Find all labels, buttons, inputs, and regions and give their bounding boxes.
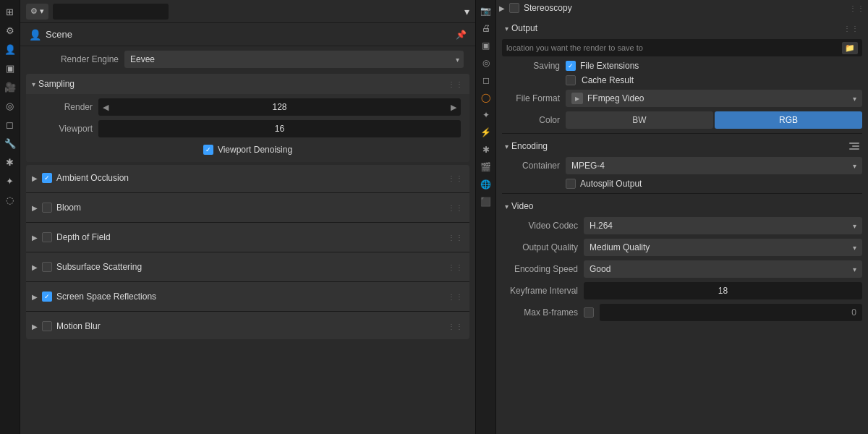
viewport-value-input[interactable]: 16 xyxy=(98,120,461,137)
output-folder-button[interactable]: 📁 xyxy=(842,42,858,54)
encoding-section: ▾ Encoding Container MPEG-4 ▾ xyxy=(502,138,862,189)
panel-content: Render Engine Eevee Cycles Workbench ▾ S… xyxy=(20,46,475,434)
output-path-input[interactable]: location you want the render to save to … xyxy=(502,39,862,56)
right-object-icon[interactable]: ◻ xyxy=(478,72,494,88)
video-section-header[interactable]: ▾ Video xyxy=(502,198,862,214)
denoising-checkbox[interactable]: ✓ xyxy=(203,145,213,155)
output-dots: ⋮⋮ xyxy=(843,25,859,33)
denoising-check-icon: ✓ xyxy=(205,146,211,153)
effect-ssr[interactable]: ▶ ✓ Screen Space Reflections ⋮⋮ xyxy=(26,284,469,310)
right-material-icon[interactable]: ◯ xyxy=(478,90,494,106)
search-input[interactable] xyxy=(53,4,169,20)
divider-1 xyxy=(26,192,469,193)
sidebar-icon-view[interactable]: ▣ xyxy=(1,59,19,77)
stereoscopy-checkbox[interactable] xyxy=(509,3,519,13)
sidebar-icon-data[interactable]: ◌ xyxy=(1,191,19,208)
color-bw-button[interactable]: BW xyxy=(566,111,713,129)
effect-ambient-occlusion[interactable]: ▶ ✓ Ambient Occlusion ⋮⋮ xyxy=(26,165,469,191)
sss-label: Subsurface Scattering xyxy=(56,262,142,272)
divider-3 xyxy=(26,252,469,252)
left-panel: ⚙ ▾ 🔍 ▾ 👤 Scene 📌 Render Engine Eevee Cy… xyxy=(20,0,476,434)
container-label: Container xyxy=(502,161,560,171)
right-icon-bar: 📷 🖨 ▣ ◎ ◻ ◯ ✦ ⚡ ✱ 🎬 🌐 ⬛ xyxy=(476,0,496,434)
encoding-section-header[interactable]: ▾ Encoding xyxy=(502,138,862,154)
sidebar-icon-constraint[interactable]: ✱ xyxy=(1,153,19,171)
keyframe-input[interactable]: 18 xyxy=(584,282,862,299)
render-increase-button[interactable]: ▶ xyxy=(446,98,461,116)
cache-result-label: Cache Result xyxy=(582,75,634,85)
mb-checkbox[interactable] xyxy=(42,321,52,331)
color-button-group: BW RGB xyxy=(566,111,862,129)
render-number-input[interactable]: ◀ 128 ▶ xyxy=(98,98,461,116)
sidebar-icon-particles[interactable]: ✦ xyxy=(1,172,19,190)
ssr-checkbox[interactable]: ✓ xyxy=(42,292,52,302)
sss-checkbox[interactable] xyxy=(42,262,52,272)
render-decrease-button[interactable]: ◀ xyxy=(98,98,113,116)
sidebar-icon-tools[interactable]: ⚙ xyxy=(1,22,19,39)
dof-checkbox[interactable] xyxy=(42,232,52,242)
stereoscopy-row: ▶ Stereoscopy ⋮⋮ xyxy=(496,0,868,16)
sampling-section-header[interactable]: ▾ Sampling ⋮⋮ xyxy=(26,74,469,94)
speed-select[interactable]: Good ▾ xyxy=(584,260,862,278)
color-rgb-button[interactable]: RGB xyxy=(715,111,862,129)
render-engine-select[interactable]: Eevee Cycles Workbench xyxy=(124,51,464,68)
header-collapse-button[interactable]: ▾ xyxy=(464,6,469,17)
right-view-icon[interactable]: ▣ xyxy=(478,38,494,54)
editor-type-button[interactable]: ⚙ ▾ xyxy=(26,4,48,20)
sampling-arrow-icon: ▾ xyxy=(32,80,35,88)
bframes-checkbox[interactable] xyxy=(584,307,594,318)
panel-header: ⚙ ▾ 🔍 ▾ xyxy=(20,0,475,23)
left-sidebar: ⊞ ⚙ 👤 ▣ 🎥 ◎ ◻ 🔧 ✱ ✦ ◌ xyxy=(0,0,20,434)
file-format-select[interactable]: ▶ FFmpeg Video ▾ xyxy=(566,90,862,107)
sidebar-icon-modifier[interactable]: 🔧 xyxy=(1,135,19,152)
container-value: MPEG-4 xyxy=(571,161,853,171)
stereoscopy-arrow[interactable]: ▶ xyxy=(499,4,505,12)
autosplit-checkbox[interactable] xyxy=(566,179,576,189)
ambient-occlusion-checkbox[interactable]: ✓ xyxy=(42,173,52,183)
codec-row: Video Codec H.264 ▾ xyxy=(502,217,862,234)
file-format-label: File Format xyxy=(502,93,560,103)
right-scene-icon[interactable]: 🎬 xyxy=(478,159,494,175)
right-world-icon[interactable]: ◎ xyxy=(478,55,494,71)
container-select[interactable]: MPEG-4 ▾ xyxy=(566,157,862,174)
container-dropdown-arrow: ▾ xyxy=(853,162,856,170)
right-constraint-icon[interactable]: ✱ xyxy=(478,142,494,158)
encoding-list-icon[interactable] xyxy=(849,142,859,150)
file-extensions-checkbox[interactable]: ✓ xyxy=(566,61,576,71)
sidebar-icon-object[interactable]: ◻ xyxy=(1,116,19,133)
ssr-label: Screen Space Reflections xyxy=(56,292,156,302)
sidebar-icon-compositing[interactable]: ◎ xyxy=(1,97,19,114)
bloom-checkbox[interactable] xyxy=(42,203,52,213)
divider-5 xyxy=(26,311,469,312)
sidebar-icon-scene[interactable]: 👤 xyxy=(1,41,19,58)
output-section-header[interactable]: ▾ Output ⋮⋮ xyxy=(502,20,862,36)
right-camera-icon[interactable]: 📷 xyxy=(478,3,494,19)
right-world2-icon[interactable]: 🌐 xyxy=(478,176,494,192)
sidebar-icon-render[interactable]: 🎥 xyxy=(1,78,19,95)
codec-select[interactable]: H.264 ▾ xyxy=(584,217,862,234)
effect-depth-of-field[interactable]: ▶ Depth of Field ⋮⋮ xyxy=(26,224,469,250)
keyframe-row: Keyframe Interval 18 xyxy=(502,282,862,299)
cache-result-checkbox[interactable] xyxy=(566,75,576,85)
sampling-content: Render ◀ 128 ▶ Viewport 16 xyxy=(26,94,469,162)
file-extensions-wrapper: ✓ File Extensions xyxy=(566,61,639,71)
file-format-dropdown-arrow: ▾ xyxy=(853,95,856,103)
encoding-title: Encoding xyxy=(511,141,548,151)
codec-value: H.264 xyxy=(590,221,853,231)
file-extensions-check: ✓ xyxy=(568,62,574,69)
speed-label: Encoding Speed xyxy=(502,264,578,274)
sidebar-icon-layout[interactable]: ⊞ xyxy=(1,3,19,20)
effect-bloom[interactable]: ▶ Bloom ⋮⋮ xyxy=(26,195,469,221)
right-output-icon[interactable]: 🖨 xyxy=(478,20,494,36)
bframes-input[interactable]: 0 xyxy=(600,304,862,321)
right-render-icon[interactable]: ⬛ xyxy=(478,194,494,210)
quality-select[interactable]: Medium Quality ▾ xyxy=(584,239,862,256)
pin-icon[interactable]: 📌 xyxy=(456,30,467,40)
ambient-occlusion-dots: ⋮⋮ xyxy=(448,174,464,182)
effect-motion-blur[interactable]: ▶ Motion Blur ⋮⋮ xyxy=(26,313,469,339)
right-physics-icon[interactable]: ⚡ xyxy=(478,124,494,140)
effect-subsurface-scattering[interactable]: ▶ Subsurface Scattering ⋮⋮ xyxy=(26,254,469,280)
quality-label: Output Quality xyxy=(502,242,578,252)
right-particle-icon[interactable]: ✦ xyxy=(478,107,494,123)
list-icon-lines xyxy=(849,142,859,150)
